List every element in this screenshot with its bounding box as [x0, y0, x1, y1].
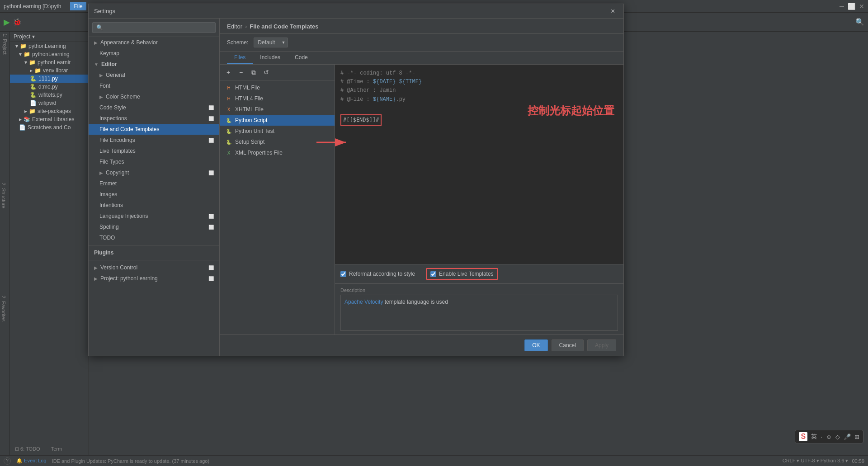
- nav-item-project[interactable]: ▶ Project: pythonLearning ⬜: [89, 273, 219, 284]
- tree-item-pl-sub[interactable]: ▾📁pythonLearnir: [10, 58, 89, 66]
- nav-item-file-encodings[interactable]: File Encodings ⬜: [89, 135, 219, 146]
- live-templates-checkbox[interactable]: [430, 271, 436, 277]
- nav-item-general[interactable]: ▶ General: [89, 70, 219, 80]
- nav-item-images[interactable]: Images: [89, 189, 219, 200]
- tree-item-demopy[interactable]: 🐍d:mo.py: [10, 83, 89, 91]
- toolbar-search-icon[interactable]: 🔍: [855, 18, 864, 26]
- sidebar-favorites-label[interactable]: 2: Favorites: [0, 294, 7, 323]
- tab-files[interactable]: Files: [227, 52, 253, 64]
- tab-code[interactable]: Code: [288, 52, 315, 64]
- nav-item-inspections[interactable]: Inspections ⬜: [89, 113, 219, 124]
- file-item-xml-properties[interactable]: X XML Properties File: [220, 147, 335, 158]
- nav-item-editor[interactable]: ▼ Editor: [89, 59, 219, 70]
- nav-item-todo[interactable]: TODO: [89, 232, 219, 243]
- ide-title: pythonLearning [D:\pyth: [4, 3, 61, 9]
- xml-props-icon: X: [225, 149, 232, 156]
- setup-script-icon: 🐍: [225, 138, 232, 146]
- file-item-xhtml[interactable]: X XHTML File: [220, 104, 335, 115]
- cancel-button[interactable]: Cancel: [552, 339, 584, 351]
- file-item-html4[interactable]: H HTML4 File: [220, 93, 335, 104]
- nav-label-codestyle: Code Style: [99, 104, 126, 111]
- toolbar-reset-btn[interactable]: ↺: [261, 67, 271, 77]
- nav-item-colorscheme[interactable]: ▶ Color Scheme: [89, 91, 219, 102]
- dialog-close-button[interactable]: ×: [611, 8, 618, 15]
- tabs-row: Files Includes Code: [220, 52, 623, 65]
- apache-velocity-link[interactable]: Apache Velocity: [344, 299, 383, 305]
- nav-label-emmet: Emmet: [99, 180, 117, 187]
- nav-item-appearance[interactable]: ▶ Appearance & Behavior: [89, 37, 219, 48]
- file-item-python-unit-test[interactable]: 🐍 Python Unit Test: [220, 126, 335, 137]
- nav-item-file-types[interactable]: File Types: [89, 156, 219, 167]
- ime-mic-icon[interactable]: 🎤: [844, 433, 851, 440]
- toolbar-add-btn[interactable]: +: [223, 67, 233, 77]
- ime-dot-icon[interactable]: ·: [821, 433, 822, 440]
- tree-item-wifitetspy[interactable]: 🐍wifitets.py: [10, 91, 89, 99]
- nav-item-lang-injections[interactable]: Language Injections ⬜: [89, 211, 219, 221]
- ide-sidebar-left: 1: Project: [0, 32, 10, 466]
- tree-item-root[interactable]: ▾ 📁 pythonLearning: [10, 42, 89, 50]
- file-list-panel: + − ⧉ ↺ H HTML File H HTML4 File: [220, 65, 335, 334]
- breadcrumb-current: File and Code Templates: [250, 23, 318, 30]
- window-restore-btn[interactable]: ⬜: [848, 3, 855, 10]
- window-close-btn[interactable]: ✕: [859, 3, 864, 10]
- nav-item-copyright[interactable]: ▶ Copyright ⬜: [89, 167, 219, 178]
- ime-lang-en[interactable]: 英: [811, 433, 817, 441]
- file-item-html[interactable]: H HTML File: [220, 82, 335, 93]
- menu-file[interactable]: File: [70, 2, 86, 10]
- window-minimize-btn[interactable]: ─: [840, 3, 844, 10]
- apply-button[interactable]: Apply: [587, 339, 616, 351]
- status-help-icon[interactable]: ?: [4, 457, 11, 465]
- nav-item-keymap[interactable]: Keymap: [89, 48, 219, 59]
- sidebar-structure-label[interactable]: 2: Structure: [0, 181, 7, 210]
- file-item-html4-label: HTML4 File: [235, 95, 263, 102]
- nav-item-intentions[interactable]: Intentions: [89, 200, 219, 211]
- tree-item-1111py-label: 1111.py: [38, 75, 58, 82]
- tree-item-ext-libs[interactable]: ▸📚External Libraries: [10, 115, 89, 123]
- tab-includes[interactable]: Includes: [253, 52, 288, 64]
- toolbar-copy-btn[interactable]: ⧉: [249, 67, 259, 77]
- settings-search-input[interactable]: [92, 22, 216, 33]
- nav-item-plugins[interactable]: Plugins: [89, 247, 219, 258]
- file-item-setup-script-label: Setup Script: [235, 139, 264, 145]
- scheme-select[interactable]: Default Custom: [254, 38, 288, 47]
- toolbar-run-icon[interactable]: ▶: [4, 17, 10, 27]
- sidebar-project-label[interactable]: 1: Project: [1, 32, 9, 56]
- ime-grid-icon[interactable]: ⊞: [854, 433, 859, 440]
- bottom-tab-todo[interactable]: ⊞ 6: TODO: [10, 444, 45, 454]
- ime-emoji-icon[interactable]: ☺: [826, 433, 832, 440]
- ime-diamond-icon[interactable]: ◇: [835, 433, 840, 440]
- nav-item-font[interactable]: Font: [89, 80, 219, 91]
- toolbar-remove-btn[interactable]: −: [236, 67, 246, 77]
- dialog-footer: OK Cancel Apply: [220, 334, 623, 356]
- nav-item-spelling[interactable]: Spelling ⬜: [89, 221, 219, 232]
- tree-item-scratches[interactable]: 📄Scratches and Co: [10, 123, 89, 132]
- tree-item-ext-label: External Libraries: [32, 116, 74, 122]
- nav-section: ▶ Appearance & Behavior Keymap ▼ Editor …: [89, 37, 219, 284]
- nav-item-emmet[interactable]: Emmet: [89, 178, 219, 189]
- tree-item-wifipwd[interactable]: 📄wifipwd: [10, 99, 89, 107]
- nav-label-version-control: Version Control: [100, 264, 137, 271]
- nav-expand-general: ▶: [99, 73, 103, 78]
- code-area: # -*- coding: utf-8 -*- # @Time : ${DATE…: [335, 65, 623, 264]
- nav-item-live-templates[interactable]: Live Templates: [89, 146, 219, 156]
- reformat-checkbox[interactable]: [340, 271, 346, 277]
- bottom-tab-term[interactable]: Term: [46, 444, 67, 454]
- tree-item-venv[interactable]: ▸📁venv librar: [10, 66, 89, 75]
- nav-label-intentions: Intentions: [99, 202, 123, 208]
- settings-content: Editor › File and Code Templates Scheme:…: [220, 19, 623, 356]
- cursor-position-box: #[[$END$]]#: [340, 114, 382, 126]
- nav-item-file-code-templates[interactable]: File and Code Templates: [89, 124, 219, 135]
- nav-expand-project: ▶: [94, 276, 98, 281]
- file-item-python-script[interactable]: 🐍 Python Script: [220, 115, 335, 126]
- tree-item-site-packages[interactable]: ▸📁site-packages: [10, 107, 89, 115]
- nav-label-inspections: Inspections: [99, 115, 127, 122]
- tree-item-1111py[interactable]: 🐍1111.py: [10, 75, 89, 83]
- ok-button[interactable]: OK: [524, 339, 547, 351]
- status-event-log[interactable]: 🔔 Event Log: [16, 458, 47, 464]
- nav-item-codestyle[interactable]: Code Style ⬜: [89, 102, 219, 113]
- nav-item-version-control[interactable]: ▶ Version Control ⬜: [89, 262, 219, 273]
- ime-icon-s[interactable]: S: [799, 432, 807, 441]
- file-item-setup-script[interactable]: 🐍 Setup Script: [220, 137, 335, 147]
- toolbar-debug-icon[interactable]: 🐞: [13, 18, 22, 26]
- tree-item-pythonlearning[interactable]: ▾📁pythonLearning: [10, 50, 89, 58]
